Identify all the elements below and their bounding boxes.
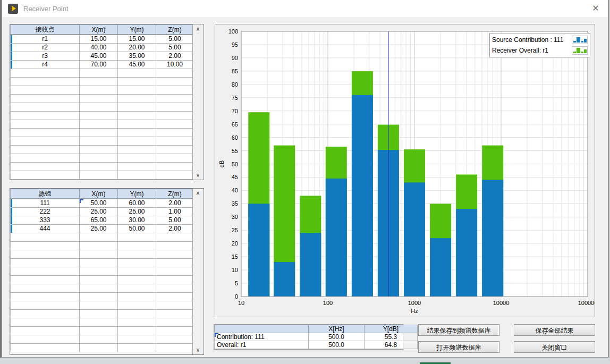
table-cell[interactable] (156, 111, 193, 120)
table-cell[interactable] (118, 318, 156, 326)
table-cell[interactable]: 5.00 (156, 35, 193, 43)
table-cell[interactable]: 222 (11, 207, 80, 216)
table-cell[interactable] (80, 318, 118, 326)
table-row[interactable] (11, 162, 193, 171)
table-cell[interactable]: 2.00 (156, 52, 193, 60)
table-cell[interactable]: 15.00 (118, 35, 156, 43)
table-cell[interactable] (156, 284, 193, 292)
table-cell[interactable] (80, 86, 118, 94)
table-row[interactable] (11, 86, 193, 94)
table-cell[interactable] (11, 284, 80, 292)
table-cell[interactable] (80, 171, 118, 179)
table-cell[interactable]: Overall: r1 (215, 341, 309, 349)
table-cell[interactable] (11, 301, 80, 309)
table-row[interactable] (11, 111, 193, 120)
table-cell[interactable] (80, 309, 118, 318)
table-cell[interactable] (118, 128, 156, 137)
table-cell[interactable]: 1.00 (156, 207, 193, 216)
table-cell[interactable] (118, 69, 156, 77)
table-cell[interactable] (156, 103, 193, 111)
table-cell[interactable]: 15.00 (80, 35, 118, 43)
table-cell[interactable] (11, 275, 80, 284)
table-cell[interactable] (156, 145, 193, 154)
table-row[interactable] (11, 171, 193, 179)
table-cell[interactable] (118, 154, 156, 162)
table-cell[interactable]: 35.00 (118, 52, 156, 60)
table-row[interactable] (11, 128, 193, 137)
table-row[interactable]: r345.0035.002.00 (11, 52, 193, 60)
table-cell[interactable] (80, 233, 118, 241)
table-cell[interactable] (80, 241, 118, 250)
table-cell[interactable] (156, 250, 193, 258)
table-cell[interactable] (118, 103, 156, 111)
table-cell[interactable] (80, 162, 118, 171)
table-cell[interactable] (118, 86, 156, 94)
table-cell[interactable]: 40.00 (80, 43, 118, 52)
table-cell[interactable]: 60.00 (118, 199, 156, 207)
table-cell[interactable] (118, 162, 156, 171)
table-cell[interactable] (80, 284, 118, 292)
table-row[interactable] (11, 284, 193, 292)
table-cell[interactable] (11, 145, 80, 154)
save-all-results-button[interactable]: 保存全部结果 (514, 324, 595, 336)
table-cell[interactable] (80, 250, 118, 258)
table-cell[interactable] (11, 241, 80, 250)
source-table-scrollbar[interactable]: ∧ ∨ (192, 189, 204, 354)
table-cell[interactable] (118, 267, 156, 275)
table-cell[interactable] (118, 292, 156, 301)
table-cell[interactable] (118, 94, 156, 103)
table-cell[interactable] (156, 154, 193, 162)
table-row[interactable]: 22225.0025.001.00 (11, 207, 193, 216)
table-row[interactable] (11, 137, 193, 145)
table-row[interactable] (11, 275, 193, 284)
table-cell[interactable] (11, 94, 80, 103)
table-cell[interactable]: 5.00 (156, 43, 193, 52)
table-cell[interactable]: 25.00 (80, 224, 118, 233)
table-cell[interactable] (80, 275, 118, 284)
table-cell[interactable] (118, 120, 156, 128)
table-cell[interactable] (156, 258, 193, 267)
table-row[interactable] (11, 292, 193, 301)
table-cell[interactable] (11, 137, 80, 145)
table-cell[interactable]: 25.00 (118, 207, 156, 216)
table-cell[interactable] (11, 309, 80, 318)
close-icon[interactable]: ✕ (590, 3, 601, 14)
table-cell[interactable] (156, 120, 193, 128)
table-row[interactable] (11, 267, 193, 275)
table-cell[interactable]: r1 (11, 35, 80, 43)
table-row[interactable] (11, 94, 193, 103)
table-row[interactable]: 44425.0050.002.00 (11, 224, 193, 233)
table-cell[interactable]: 70.00 (80, 60, 118, 69)
table-row[interactable] (11, 69, 193, 77)
table-cell[interactable] (11, 171, 80, 179)
scroll-down-icon[interactable]: ∨ (193, 345, 203, 354)
table-cell[interactable] (11, 77, 80, 86)
table-cell[interactable] (156, 128, 193, 137)
table-cell[interactable]: 30.00 (118, 216, 156, 224)
close-window-button[interactable]: 关闭窗口 (514, 341, 595, 353)
table-cell[interactable]: 444 (11, 224, 80, 233)
table-cell[interactable] (118, 111, 156, 120)
table-cell[interactable] (156, 292, 193, 301)
table-cell[interactable] (11, 258, 80, 267)
table-row[interactable] (11, 145, 193, 154)
table-cell[interactable] (118, 137, 156, 145)
table-cell[interactable] (80, 154, 118, 162)
table-cell[interactable]: 50.00 (118, 224, 156, 233)
table-cell[interactable] (80, 128, 118, 137)
table-row[interactable] (11, 335, 193, 343)
receiver-table-scrollbar[interactable]: ∧ ∨ (192, 24, 204, 180)
table-cell[interactable] (156, 86, 193, 94)
table-cell[interactable] (118, 250, 156, 258)
legend-item-contribution[interactable]: Source Contribution : 111 (492, 35, 588, 45)
table-cell[interactable] (80, 69, 118, 77)
table-cell[interactable] (118, 145, 156, 154)
table-row[interactable] (11, 241, 193, 250)
save-results-to-spectrum-db-button[interactable]: 结果保存到频谱数据库 (418, 324, 499, 336)
table-cell[interactable] (11, 69, 80, 77)
table-cell[interactable] (156, 241, 193, 250)
open-spectrum-db-button[interactable]: 打开频谱数据库 (418, 341, 499, 353)
table-row[interactable] (11, 301, 193, 309)
table-cell[interactable] (156, 275, 193, 284)
table-cell[interactable] (118, 309, 156, 318)
